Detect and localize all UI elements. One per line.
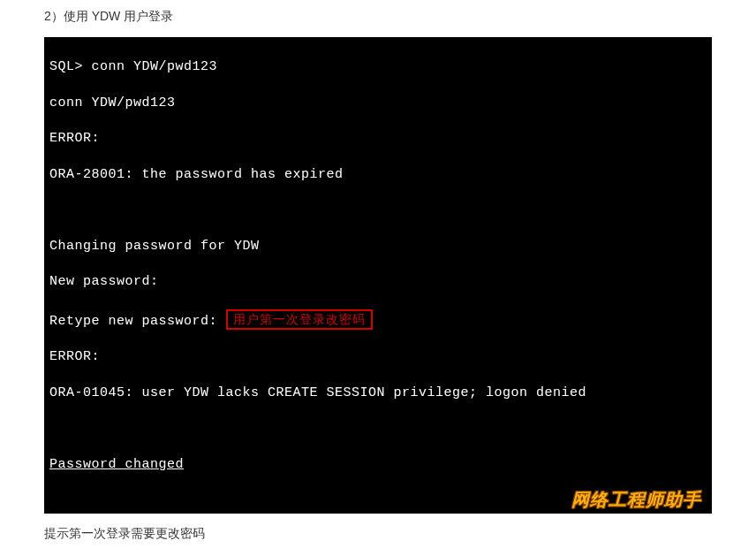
terminal-text: Retype new password: — [49, 314, 217, 329]
terminal-line: SQL> conn YDW/pwd123 — [49, 58, 707, 76]
terminal-block-1: SQL> conn YDW/pwd123 conn YDW/pwd123 ERR… — [44, 37, 712, 514]
terminal-line: ERROR: — [49, 130, 707, 148]
terminal-line: New password: — [49, 273, 707, 291]
terminal-line: Password changed — [49, 456, 707, 474]
watermark-text: 网络工程师助手 — [571, 488, 701, 512]
terminal-line: ERROR: — [49, 348, 707, 366]
step2-heading: 2）使用 YDW 用户登录 — [44, 9, 712, 25]
terminal-line: ORA-28001: the password has expired — [49, 166, 707, 184]
step2-caption: 提示第一次登录需要更改密码 — [44, 526, 712, 542]
terminal-line: Changing password for YDW — [49, 238, 707, 255]
terminal-line: ORA-01045: user YDW lacks CREATE SESSION… — [49, 385, 707, 402]
terminal-line-with-annotation: Retype new password:用户第一次登录改密码 — [49, 309, 707, 331]
terminal-line: conn YDW/pwd123 — [49, 95, 707, 112]
annotation-callout: 用户第一次登录改密码 — [226, 309, 373, 330]
